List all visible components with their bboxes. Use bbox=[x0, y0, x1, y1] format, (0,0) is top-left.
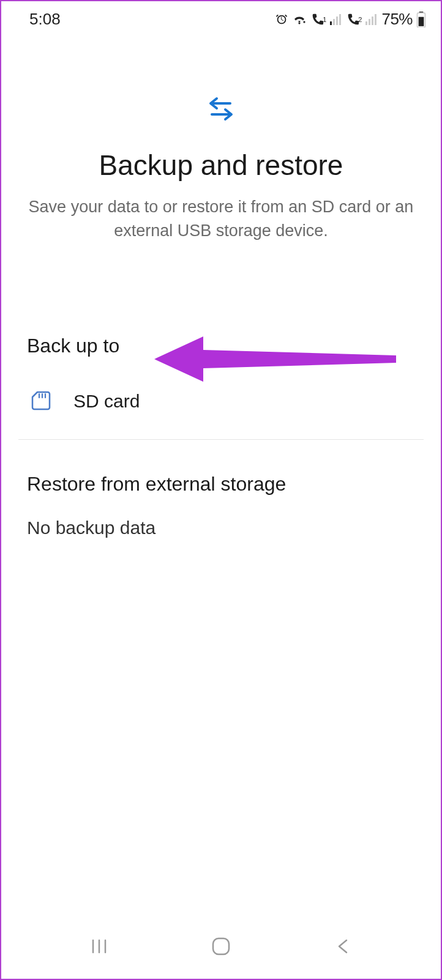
back-button[interactable] bbox=[318, 931, 367, 962]
svg-rect-5 bbox=[369, 19, 370, 25]
nav-bar bbox=[1, 924, 441, 979]
svg-rect-0 bbox=[330, 21, 332, 25]
svg-rect-3 bbox=[339, 14, 341, 25]
no-backup-data-text: No backup data bbox=[1, 518, 441, 538]
restore-section-header: Restore from external storage bbox=[27, 473, 415, 496]
status-time: 5:08 bbox=[29, 10, 61, 29]
restore-section: Restore from external storage bbox=[1, 473, 441, 496]
svg-rect-18 bbox=[213, 938, 229, 954]
battery-percent: 75% bbox=[381, 10, 413, 29]
backup-section-header: Back up to bbox=[27, 335, 415, 357]
section-divider bbox=[18, 439, 424, 440]
sd-card-option[interactable]: SD card bbox=[27, 382, 415, 431]
battery-icon bbox=[416, 12, 426, 28]
backup-section: Back up to SD card bbox=[1, 335, 441, 431]
signal-1-icon bbox=[330, 14, 342, 25]
transfer-arrows-icon bbox=[207, 96, 235, 124]
home-button[interactable] bbox=[197, 931, 245, 962]
alarm-icon bbox=[275, 13, 288, 26]
wifi-icon bbox=[292, 13, 307, 26]
status-bar: 5:08 1 2 75% bbox=[1, 1, 441, 35]
svg-rect-4 bbox=[365, 21, 367, 25]
recent-apps-button[interactable] bbox=[75, 931, 124, 962]
svg-rect-6 bbox=[372, 17, 373, 25]
svg-rect-10 bbox=[419, 17, 424, 26]
svg-rect-2 bbox=[336, 17, 338, 25]
status-icons: 1 2 75% bbox=[275, 10, 426, 29]
call-2-icon: 2 bbox=[346, 13, 362, 26]
call-1-icon: 1 bbox=[310, 13, 326, 26]
svg-rect-7 bbox=[375, 14, 376, 25]
signal-2-icon bbox=[365, 14, 378, 25]
page-subtitle: Save your data to or restore it from an … bbox=[26, 195, 416, 243]
page-title: Backup and restore bbox=[26, 149, 416, 182]
svg-rect-1 bbox=[333, 19, 335, 25]
sd-card-label: SD card bbox=[73, 391, 140, 412]
sd-card-icon bbox=[31, 390, 53, 412]
page-header: Backup and restore Save your data to or … bbox=[1, 35, 441, 280]
